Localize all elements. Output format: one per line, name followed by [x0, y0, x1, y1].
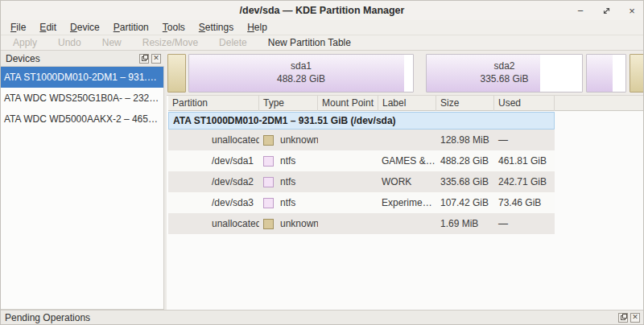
partition-block-sda3[interactable] [586, 54, 626, 93]
partition-block-unallocated-right[interactable] [630, 54, 644, 93]
label-cell [378, 213, 436, 234]
apply-button[interactable]: Apply [8, 37, 42, 48]
new-button[interactable]: New [97, 37, 126, 48]
partition-cell: /dev/sda3 [168, 192, 259, 213]
restore-icon[interactable] [600, 4, 613, 17]
type-cell: ntfs [280, 171, 295, 192]
menu-partition[interactable]: Partition [110, 22, 152, 33]
table-row[interactable]: /dev/sda3 ntfs Experimental 107.42 GiB 7… [168, 192, 555, 213]
type-cell: unknown [280, 130, 318, 150]
type-cell: ntfs [280, 192, 295, 213]
mount-point-cell [318, 171, 378, 192]
label-cell: WORK [378, 171, 436, 192]
close-icon[interactable]: ✕ [151, 54, 161, 64]
menu-tools[interactable]: Tools [159, 22, 188, 33]
mount-point-cell [318, 130, 378, 150]
filesystem-color-swatch [263, 135, 274, 146]
type-cell: unknown [280, 213, 318, 234]
device-item-sdc[interactable]: ATA WDC WD5000AAKX-2 – 465.76 GiB (/… [1, 109, 163, 130]
size-cell: 1.69 MiB [436, 213, 494, 234]
new-partition-table-button[interactable]: New Partition Table [263, 37, 356, 48]
pending-operations-title: Pending Operations [5, 312, 90, 323]
column-header-mount-point[interactable]: Mount Point [318, 96, 378, 111]
filesystem-color-swatch [263, 219, 274, 229]
mount-point-cell [318, 213, 378, 234]
minimize-icon[interactable]: − [574, 4, 587, 17]
float-icon[interactable] [139, 54, 149, 64]
partition-block-sda2[interactable]: sda2 335.68 GiB [426, 54, 583, 93]
devices-panel-header: Devices ✕ [1, 51, 164, 66]
devices-panel-title: Devices [6, 53, 40, 64]
window-title: /dev/sda — KDE Partition Manager [1, 1, 643, 20]
filesystem-color-swatch [263, 198, 274, 208]
used-cell: — [494, 130, 555, 150]
partition-visualization: sda1 488.28 GiB sda2 335.68 GiB [167, 51, 643, 96]
label-cell: GAMES & S… [378, 150, 436, 171]
delete-button[interactable]: Delete [214, 37, 252, 48]
filesystem-color-swatch [263, 177, 274, 187]
column-header-type[interactable]: Type [259, 96, 318, 111]
float-icon[interactable] [618, 313, 628, 323]
menubar: File Edit Device Partition Tools Setting… [1, 20, 643, 35]
size-cell: 335.68 GiB [436, 171, 494, 192]
device-item-sda[interactable]: ATA ST1000DM010-2DM1 – 931.51 GiB (/d… [1, 67, 163, 88]
size-cell: 128.98 MiB [436, 130, 494, 150]
column-header-used[interactable]: Used [494, 96, 555, 111]
partition-size: 335.68 GiB [480, 73, 528, 86]
menu-help[interactable]: Help [244, 22, 270, 33]
devices-panel: Devices ✕ ATA ST1000DM010-2DM1 – 931.51 … [1, 51, 164, 310]
resize-move-button[interactable]: Resize/Move [138, 37, 203, 48]
partition-block-unallocated-left[interactable] [167, 54, 186, 93]
window-controls: − × [574, 1, 638, 20]
device-group-row[interactable]: ATA ST1000DM010-2DM1 – 931.51 GiB (/dev/… [168, 112, 555, 130]
size-cell: 488.28 GiB [436, 150, 494, 171]
partition-view: sda1 488.28 GiB sda2 335.68 GiB Partitio… [167, 51, 643, 310]
table-header: Partition Type Mount Point Label Size Us… [168, 96, 643, 111]
table-row[interactable]: /dev/sda1 ntfs GAMES & S… 488.28 GiB 461… [168, 150, 555, 171]
table-row[interactable]: unallocated unknown 1.69 MiB — [168, 213, 555, 234]
partition-cell: /dev/sda1 [168, 150, 259, 171]
column-header-label[interactable]: Label [378, 96, 436, 111]
used-space-fill [587, 55, 613, 92]
used-cell: 73.46 GiB [494, 192, 555, 213]
label-cell: Experimental [378, 192, 436, 213]
partition-size: 488.28 GiB [277, 73, 325, 86]
partition-table: Partition Type Mount Point Label Size Us… [168, 96, 643, 234]
type-cell: ntfs [280, 150, 295, 171]
menu-edit[interactable]: Edit [36, 22, 60, 33]
device-list: ATA ST1000DM010-2DM1 – 931.51 GiB (/d… A… [1, 66, 164, 310]
partition-cell: unallocated [168, 130, 259, 150]
mount-point-cell [318, 150, 378, 171]
pending-operations-buttons: ✕ [618, 313, 640, 323]
partition-name: sda1 [291, 60, 312, 73]
table-row[interactable]: unallocated unknown 128.98 MiB — [168, 130, 555, 150]
filesystem-color-swatch [263, 156, 274, 167]
used-cell: 461.81 GiB [494, 150, 555, 171]
menu-device[interactable]: Device [67, 22, 103, 33]
devices-panel-buttons: ✕ [139, 54, 161, 64]
device-item-sdb[interactable]: ATA WDC WDS250G1B0A- – 232.88 GiB (/… [1, 88, 163, 109]
titlebar[interactable]: /dev/sda — KDE Partition Manager − × [1, 1, 643, 20]
column-header-partition[interactable]: Partition [168, 96, 259, 111]
size-cell: 107.42 GiB [436, 192, 494, 213]
partition-cell: unallocated [168, 213, 259, 234]
mount-point-cell [318, 192, 378, 213]
partition-name: sda2 [493, 60, 514, 73]
undo-button[interactable]: Undo [53, 37, 86, 48]
partition-block-sda1[interactable]: sda1 488.28 GiB [188, 54, 414, 93]
column-header-filler [555, 96, 643, 111]
column-header-size[interactable]: Size [436, 96, 494, 111]
table-row[interactable]: /dev/sda2 ntfs WORK 335.68 GiB 242.71 Gi… [168, 171, 555, 192]
toolbar: Apply Undo New Resize/Move Delete New Pa… [1, 35, 643, 51]
pending-operations-bar: Pending Operations ✕ [1, 310, 643, 324]
menu-file[interactable]: File [7, 22, 29, 33]
label-cell [378, 130, 436, 150]
menu-settings[interactable]: Settings [196, 22, 237, 33]
partition-cell: /dev/sda2 [168, 171, 259, 192]
close-icon[interactable]: × [625, 4, 638, 17]
used-cell: 242.71 GiB [494, 171, 555, 192]
kde-partition-manager-window: /dev/sda — KDE Partition Manager − × Fil… [0, 0, 644, 325]
close-icon[interactable]: ✕ [630, 313, 640, 323]
used-cell: — [494, 213, 555, 234]
